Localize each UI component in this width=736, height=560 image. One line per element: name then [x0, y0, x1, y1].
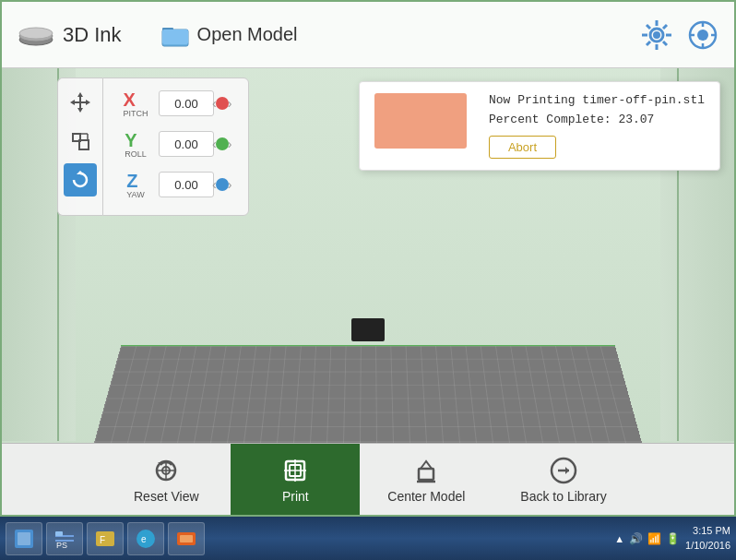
- y-axis-sublabel: ROLL: [125, 149, 147, 159]
- taskbar-icon-1: [13, 528, 35, 550]
- back-to-library-button[interactable]: Back to Library: [493, 444, 634, 515]
- z-slider-thumb: [216, 178, 229, 191]
- svg-marker-25: [77, 108, 83, 113]
- settings-button[interactable]: [638, 17, 675, 54]
- taskbar-app-btn-5[interactable]: [168, 522, 205, 555]
- scale-button[interactable]: [64, 125, 97, 158]
- svg-rect-49: [18, 532, 30, 545]
- print-button[interactable]: Print: [231, 444, 360, 515]
- reset-view-button[interactable]: Reset View: [101, 444, 231, 515]
- svg-point-17: [697, 30, 708, 41]
- print-icon: [280, 456, 310, 485]
- x-slider-thumb: [216, 97, 229, 110]
- print-status-popup: Now Printing timer-off-pin.stl Percent C…: [359, 81, 720, 171]
- x-axis-row: X PITCH ‹ ›: [113, 86, 239, 121]
- status-preview-thumbnail: [374, 93, 467, 149]
- extra-button[interactable]: [686, 18, 719, 52]
- svg-line-13: [663, 25, 667, 29]
- logo-icon: [17, 16, 55, 54]
- status-percent: Percent Complete: 23.07: [489, 113, 705, 126]
- top-bar: 3D Ink Open Model: [2, 2, 734, 68]
- svg-point-15: [653, 31, 660, 39]
- svg-line-12: [663, 42, 667, 45]
- bottom-toolbar: Reset View Print Center Model: [2, 443, 734, 515]
- rotate-button[interactable]: [64, 163, 97, 197]
- z-axis-letter: Z: [126, 171, 145, 192]
- svg-rect-52: [55, 531, 63, 536]
- svg-text:PS: PS: [56, 541, 67, 550]
- y-slider-thumb: [216, 137, 229, 150]
- svg-marker-47: [565, 467, 569, 474]
- print-label: Print: [282, 489, 309, 504]
- taskbar-app-btn-3[interactable]: F: [87, 522, 124, 555]
- logo-area: 3D Ink: [17, 16, 149, 54]
- top-bar-right: [638, 17, 719, 54]
- scale-icon: [70, 131, 90, 151]
- app-window: 3D Ink Open Model: [0, 0, 736, 517]
- taskbar-icon-3: F: [94, 528, 116, 550]
- reset-view-icon: [151, 456, 181, 485]
- center-model-button[interactable]: Center Model: [360, 444, 493, 515]
- svg-marker-24: [77, 92, 83, 97]
- back-to-library-label: Back to Library: [520, 489, 606, 504]
- left-icon-bar: [57, 77, 102, 216]
- tray-icon-1: 🔊: [628, 531, 643, 546]
- taskbar-tray: ▲ 🔊 📶 🔋: [614, 531, 680, 546]
- print-platform: [94, 345, 642, 443]
- taskbar-icon-2: PS: [53, 528, 76, 550]
- move-icon: [70, 92, 90, 113]
- x-axis-letter: X: [124, 89, 148, 111]
- tray-arrow[interactable]: ▲: [614, 533, 624, 544]
- model-object: [351, 318, 385, 341]
- extra-icon: [687, 19, 718, 51]
- status-filename: Now Printing timer-off-pin.stl: [489, 93, 705, 107]
- open-model-button[interactable]: Open Model: [149, 17, 309, 54]
- app-title: 3D Ink: [63, 23, 122, 47]
- z-axis-row: Z YAW ‹ ›: [113, 167, 239, 202]
- control-panel-wrapper: X PITCH ‹ ›: [57, 77, 249, 216]
- svg-rect-42: [419, 469, 433, 480]
- folder-icon: [160, 22, 190, 48]
- svg-rect-5: [162, 30, 188, 44]
- svg-marker-26: [70, 100, 75, 105]
- y-axis-letter: Y: [125, 130, 147, 151]
- taskbar-date: 1/10/2016: [685, 539, 730, 553]
- svg-line-11: [647, 25, 650, 29]
- svg-marker-27: [86, 100, 90, 105]
- abort-button[interactable]: Abort: [489, 136, 556, 159]
- center-model-label: Center Model: [387, 489, 465, 504]
- gear-icon: [640, 18, 673, 52]
- move-button[interactable]: [64, 86, 97, 119]
- reset-view-label: Reset View: [134, 489, 199, 504]
- status-text-area: Now Printing timer-off-pin.stl Percent C…: [489, 93, 705, 159]
- svg-line-14: [647, 42, 650, 45]
- back-to-library-icon: [549, 456, 578, 485]
- rotate-icon: [70, 170, 90, 190]
- svg-rect-59: [180, 535, 193, 542]
- taskbar-app-btn-4[interactable]: e: [127, 522, 164, 555]
- z-axis-sublabel: YAW: [126, 190, 145, 199]
- taskbar-icon-4: e: [135, 528, 157, 550]
- svg-marker-32: [77, 171, 84, 174]
- taskbar-icon-5: [175, 528, 197, 550]
- y-axis-row: Y ROLL ‹ ›: [113, 126, 239, 161]
- taskbar-app-btn-1[interactable]: [6, 522, 42, 555]
- svg-text:e: e: [141, 534, 147, 544]
- tray-icon-3: 🔋: [665, 531, 680, 546]
- x-axis-sublabel: PITCH: [124, 109, 148, 118]
- tray-icon-2: 📶: [647, 531, 661, 546]
- taskbar-clock: 3:15 PM 1/10/2016: [685, 524, 730, 553]
- axes-panel: X PITCH ‹ ›: [102, 77, 249, 216]
- svg-point-2: [19, 28, 53, 39]
- taskbar: PS F e ▲ 🔊 📶 🔋 3:15 PM 1/10/2016: [0, 517, 736, 560]
- open-model-label: Open Model: [197, 24, 298, 45]
- taskbar-app-btn-2[interactable]: PS: [46, 522, 83, 555]
- svg-text:F: F: [100, 535, 105, 545]
- taskbar-time: 3:15 PM: [685, 524, 730, 538]
- center-model-icon: [411, 456, 441, 485]
- taskbar-right: ▲ 🔊 📶 🔋 3:15 PM 1/10/2016: [614, 524, 730, 553]
